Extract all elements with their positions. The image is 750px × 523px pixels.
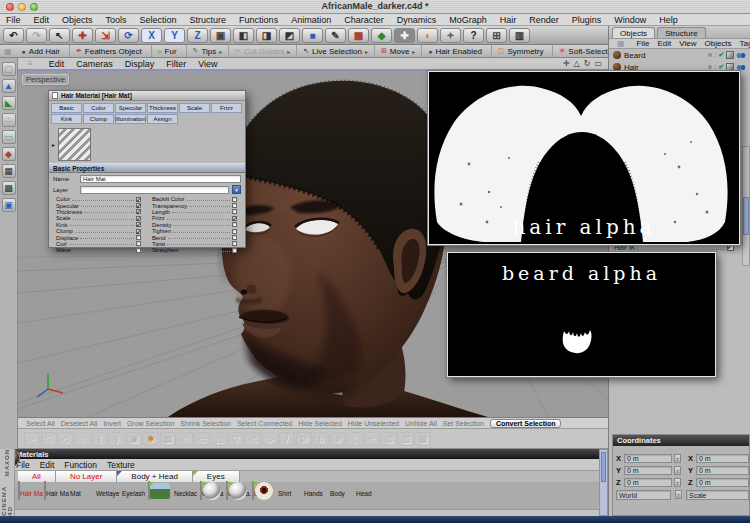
primitive-tool-icon[interactable]: ○	[75, 432, 91, 446]
zoom-view-icon[interactable]: △	[574, 59, 580, 68]
scroll-thumb[interactable]	[601, 452, 606, 482]
property-checkbox[interactable]	[136, 241, 141, 246]
visibility-dot-icon[interactable]	[708, 53, 712, 57]
make-editable-icon[interactable]: ▢	[2, 62, 16, 76]
property-checkbox[interactable]	[232, 216, 237, 221]
property-checkbox[interactable]	[136, 209, 141, 214]
material-thumbnail[interactable]	[148, 481, 150, 500]
selection-tool-icon[interactable]: ✦	[440, 28, 461, 43]
visibility-dot-icon[interactable]	[708, 65, 712, 69]
primitive-tool-icon[interactable]: b	[313, 432, 329, 446]
property-checkbox[interactable]	[232, 222, 237, 227]
primitive-tool-icon[interactable]: ▦	[160, 432, 176, 446]
menubar-item[interactable]: Structure	[190, 15, 227, 25]
object-menu-item[interactable]: Tags	[740, 39, 750, 48]
material-item[interactable]: Cornea.	[226, 482, 250, 509]
add-spline-icon[interactable]: ✎	[325, 28, 346, 43]
question-cursor-icon[interactable]: ?	[463, 28, 484, 43]
selection-command[interactable]: Select Connected	[237, 420, 292, 427]
texture-axis-mode-icon[interactable]: ◣	[2, 96, 16, 110]
coordinate-input[interactable]: 0 m	[696, 478, 749, 487]
scale-mode-dropdown[interactable]: Scale	[686, 490, 749, 500]
coordinate-input[interactable]: 0 m	[624, 454, 672, 463]
add-deformer-icon[interactable]: ◗	[417, 28, 438, 43]
menubar-item[interactable]: Character	[344, 15, 384, 25]
coordinate-input[interactable]: 0 m	[624, 466, 672, 475]
layer-tab[interactable]: No Layer	[56, 471, 117, 482]
material-item[interactable]: Mat	[70, 482, 94, 509]
palette-handle-icon[interactable]: ▦	[0, 45, 16, 57]
add-hypernurbs-icon[interactable]: ▩	[348, 28, 369, 43]
object-menu-item[interactable]: Objects	[704, 39, 731, 48]
material-tab[interactable]: Basic	[51, 103, 82, 113]
property-checkbox[interactable]	[136, 248, 141, 253]
material-tag-icon[interactable]	[736, 64, 746, 71]
material-thumbnail[interactable]	[200, 481, 202, 500]
primitive-tool-icon[interactable]: +	[364, 432, 380, 446]
property-checkbox[interactable]	[232, 209, 237, 214]
name-input[interactable]: Hair Mat	[80, 175, 241, 183]
property-checkbox[interactable]	[232, 229, 237, 234]
menubar-item[interactable]: Window	[614, 15, 646, 25]
redo-icon[interactable]: ↷	[26, 28, 47, 43]
primitive-tool-icon[interactable]: ▣	[126, 432, 142, 446]
materials-scrollbar[interactable]	[599, 449, 608, 516]
property-checkbox[interactable]	[232, 241, 237, 246]
primitive-tool-icon[interactable]: ¦	[347, 432, 363, 446]
scale-icon[interactable]: ⇲	[95, 28, 116, 43]
add-primitive-icon[interactable]: ■	[302, 28, 323, 43]
selection-command[interactable]: Hide Unselected	[348, 420, 399, 427]
menubar-item[interactable]: Tools	[106, 15, 127, 25]
menubar-item[interactable]: Help	[659, 15, 678, 25]
material-item[interactable]: Cornea	[200, 482, 224, 509]
coordinate-input[interactable]: 0 m	[624, 478, 672, 487]
live-selection[interactable]: ↖ Live Selection ▸	[297, 45, 375, 57]
axis-y-button[interactable]: Y	[164, 28, 185, 43]
editor-render-dots-icon[interactable]: ⁚	[714, 65, 716, 69]
render-settings-icon[interactable]: ◩	[279, 28, 300, 43]
points-mode-icon[interactable]: ∴	[2, 113, 16, 127]
stepper-icon[interactable]: ↕	[674, 478, 681, 487]
symmetry[interactable]: ◫ Symmetry	[492, 45, 554, 57]
stepper-icon[interactable]: ↕	[674, 454, 681, 463]
viewport-menu-item[interactable]: Cameras	[76, 59, 113, 69]
viewport-menu-item[interactable]: Filter	[166, 59, 186, 69]
material-item[interactable]: Hair Ma	[18, 482, 42, 509]
property-checkbox[interactable]	[136, 229, 141, 234]
menubar-item[interactable]: Dynamics	[397, 15, 437, 25]
editor-render-dots-icon[interactable]: ⁚	[714, 53, 716, 57]
material-tab[interactable]: Scale	[179, 103, 210, 113]
pan-view-icon[interactable]: ✛	[563, 59, 570, 68]
primitive-tool-icon[interactable]: )	[109, 432, 125, 446]
selection-command[interactable]: Select All	[26, 420, 55, 427]
panel-handle-icon[interactable]: ▦	[613, 39, 629, 48]
property-checkbox[interactable]	[136, 235, 141, 240]
object-menu-item[interactable]: File	[637, 39, 650, 48]
material-item[interactable]: Inside	[252, 482, 276, 509]
primitive-tool-icon[interactable]: ▤	[381, 432, 397, 446]
menubar-item[interactable]: Edit	[34, 15, 50, 25]
menubar-item[interactable]: File	[6, 15, 21, 25]
axis-z-button[interactable]: Z	[187, 28, 208, 43]
material-item[interactable]: Mat.1	[148, 482, 172, 509]
material-tab[interactable]: Assign	[147, 114, 178, 124]
texture-tag-icon[interactable]	[726, 51, 734, 59]
property-checkbox[interactable]	[232, 203, 237, 208]
panel-tab[interactable]: Objects	[612, 27, 655, 38]
materials-menu-item[interactable]: Texture	[107, 460, 135, 470]
render-picture-viewer-icon[interactable]: ◨	[256, 28, 277, 43]
menubar-item[interactable]: Hair	[500, 15, 517, 25]
move-icon[interactable]: ✚	[72, 28, 93, 43]
texture-tag-icon[interactable]	[726, 63, 734, 71]
material-thumbnail[interactable]	[18, 481, 20, 500]
primitive-tool-icon[interactable]: □	[41, 432, 57, 446]
property-checkbox[interactable]	[232, 248, 237, 253]
selection-command[interactable]: Deselect All	[61, 420, 98, 427]
add-hair[interactable]: ● Add Hair	[16, 45, 70, 57]
primitive-tool-icon[interactable]: Ø	[296, 432, 312, 446]
enabled-check-icon[interactable]: ✔	[718, 63, 724, 71]
selection-command[interactable]: Unhide All	[405, 420, 437, 427]
primitive-tool-icon[interactable]: ○	[177, 432, 193, 446]
material-item[interactable]: Necklac	[174, 482, 198, 509]
property-checkbox[interactable]	[232, 235, 237, 240]
